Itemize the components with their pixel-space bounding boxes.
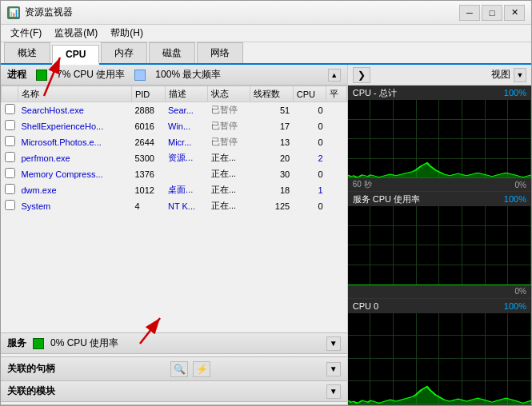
table-row[interactable]: SearchHost.exe 2888 Sear... 已暂停 51 0 — [2, 102, 347, 118]
cell-status: 正在... — [208, 150, 250, 166]
row-checkbox[interactable] — [5, 184, 15, 194]
graph-panel-0: CPU - 总计100%60 秒0% — [348, 86, 531, 192]
col-threads[interactable]: 线程数 — [250, 86, 293, 102]
graph-area-0 — [348, 100, 531, 178]
table-row[interactable]: System 4 NT K... 正在... 125 0 — [2, 198, 347, 214]
cell-desc — [165, 166, 208, 182]
graph-val-1: 0% — [515, 287, 526, 296]
col-pid[interactable]: PID — [131, 86, 165, 102]
cell-name: Microsoft.Photos.e... — [18, 134, 132, 150]
graph-title-2: CPU 0 — [353, 301, 378, 311]
handles-expand[interactable]: ▼ — [326, 362, 341, 376]
row-checkbox[interactable] — [5, 168, 15, 178]
cell-status: 已暂停 — [208, 134, 250, 150]
graph-title-0: CPU - 总计 — [353, 87, 397, 99]
services-title: 服务 — [7, 336, 26, 350]
maximize-button[interactable]: □ — [482, 5, 502, 21]
cell-cpu: 0 — [293, 134, 326, 150]
row-checkbox[interactable] — [5, 152, 15, 162]
row-checkbox-cell — [2, 182, 18, 198]
tab-cpu[interactable]: CPU — [52, 45, 99, 65]
app-icon: 📊 — [7, 6, 20, 19]
table-row[interactable]: dwm.exe 1012 桌面... 正在... 18 1 — [2, 182, 347, 198]
col-desc[interactable]: 描述 — [165, 86, 208, 102]
row-checkbox-cell — [2, 198, 18, 214]
col-name[interactable]: 名称 — [18, 86, 132, 102]
process-table-container[interactable]: 名称 PID 描述 状态 线程数 CPU 平 SearchHost.exe — [1, 86, 347, 332]
col-status[interactable]: 状态 — [208, 86, 250, 102]
window: 📊 资源监视器 ─ □ ✕ 文件(F) 监视器(M) 帮助(H) 概述 CPU … — [0, 0, 532, 406]
row-checkbox[interactable] — [5, 120, 15, 130]
graph-val-0: 0% — [515, 181, 526, 189]
process-cpu-indicator — [36, 70, 47, 81]
cell-pid: 2644 — [131, 134, 165, 150]
row-checkbox[interactable] — [5, 200, 15, 210]
graph-title-bar-0: CPU - 总计100% — [348, 86, 531, 100]
tab-overview[interactable]: 概述 — [4, 42, 50, 63]
cell-name: Memory Compress... — [18, 166, 132, 182]
tab-disk[interactable]: 磁盘 — [149, 42, 195, 63]
handles-refresh-button[interactable]: ⚡ — [193, 361, 210, 377]
cell-name: dwm.exe — [18, 182, 132, 198]
minimize-button[interactable]: ─ — [459, 5, 480, 21]
cell-cpu: 2 — [293, 150, 326, 166]
handles-header: 关联的句柄 🔍 ⚡ ▼ — [1, 357, 347, 380]
row-checkbox-cell — [2, 134, 18, 150]
col-cpu[interactable]: CPU — [293, 86, 326, 102]
graph-panel-1: 服务 CPU 使用率100%0% — [348, 192, 531, 298]
table-row[interactable]: perfmon.exe 5300 资源... 正在... 20 2 — [2, 150, 347, 166]
table-row[interactable]: Microsoft.Photos.e... 2644 Micr... 已暂停 1… — [2, 134, 347, 150]
graph-title-bar-2: CPU 0100% — [348, 299, 531, 313]
graph-bottom-bar-1: 0% — [348, 285, 531, 298]
view-dropdown-button[interactable]: ▼ — [514, 68, 526, 82]
row-checkbox[interactable] — [5, 104, 15, 114]
cell-threads: 30 — [250, 166, 293, 182]
close-button[interactable]: ✕ — [504, 5, 525, 21]
tab-memory[interactable]: 内存 — [101, 42, 147, 63]
cell-name: SearchHost.exe — [18, 102, 132, 118]
services-cpu-usage: 0% CPU 使用率 — [50, 336, 118, 350]
main-content: 进程 7% CPU 使用率 100% 最大频率 ▲ 名称 PID — [1, 65, 531, 405]
graph-pct-2: 100% — [504, 301, 526, 311]
services-section: 服务 0% CPU 使用率 ▼ — [1, 333, 347, 357]
right-panel-header: ❯ 视图 ▼ — [348, 65, 531, 86]
process-cpu-usage: 7% CPU 使用率 — [57, 68, 125, 82]
col-avg[interactable]: 平 — [326, 86, 347, 102]
menu-help[interactable]: 帮助(H) — [104, 25, 150, 42]
cell-cpu: 1 — [293, 182, 326, 198]
col-check — [2, 86, 18, 102]
table-row[interactable]: ShellExperienceHo... 6016 Win... 已暂停 17 … — [2, 118, 347, 134]
modules-expand[interactable]: ▼ — [326, 384, 341, 399]
view-label: 视图 — [491, 68, 510, 82]
cell-cpu: 0 — [293, 198, 326, 214]
process-section: 进程 7% CPU 使用率 100% 最大频率 ▲ 名称 PID — [1, 65, 347, 333]
cell-avg — [326, 150, 347, 166]
graph-pct-1: 100% — [504, 194, 526, 204]
right-panel: ❯ 视图 ▼ CPU - 总计100%60 秒0%服务 CPU 使用率100%0… — [348, 65, 531, 405]
cell-desc: NT K... — [165, 198, 208, 214]
cell-name: System — [18, 198, 132, 214]
process-scroll-up[interactable]: ▲ — [328, 69, 341, 82]
handles-title: 关联的句柄 — [7, 362, 55, 376]
row-checkbox[interactable] — [5, 136, 15, 146]
process-title: 进程 — [7, 68, 26, 82]
cell-cpu: 0 — [293, 102, 326, 118]
process-freq-indicator — [134, 70, 146, 81]
services-expand[interactable]: ▼ — [326, 336, 341, 351]
menu-file[interactable]: 文件(F) — [4, 25, 48, 42]
nav-back-button[interactable]: ❯ — [353, 67, 370, 83]
handles-search-button[interactable]: 🔍 — [170, 361, 188, 377]
tab-network[interactable]: 网络 — [197, 42, 243, 63]
table-row[interactable]: Memory Compress... 1376 正在... 30 0 — [2, 166, 347, 182]
cell-status: 正在... — [208, 166, 250, 182]
cell-threads: 20 — [250, 150, 293, 166]
cell-threads: 17 — [250, 118, 293, 134]
menu-monitor[interactable]: 监视器(M) — [48, 25, 104, 42]
modules-header: 关联的模块 ▼ — [1, 381, 347, 402]
cell-threads: 18 — [250, 182, 293, 198]
cell-name: ShellExperienceHo... — [18, 118, 132, 134]
row-checkbox-cell — [2, 150, 18, 166]
cell-cpu: 0 — [293, 118, 326, 134]
graph-title-1: 服务 CPU 使用率 — [353, 193, 420, 205]
left-panel: 进程 7% CPU 使用率 100% 最大频率 ▲ 名称 PID — [1, 65, 348, 405]
